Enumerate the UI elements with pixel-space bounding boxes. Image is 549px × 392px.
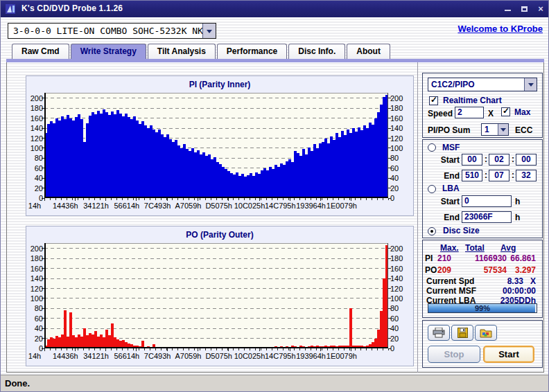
po-chart-plot	[44, 243, 388, 348]
y-axis-tick-label: 180	[390, 254, 410, 262]
x-axis-tick-label: 14h	[28, 202, 41, 210]
y-axis-tick-label: 0	[390, 344, 410, 353]
lba-radio[interactable]	[428, 185, 436, 193]
progress-text: 99%	[428, 304, 537, 313]
msf-end-frame-input[interactable]: 32	[516, 170, 537, 181]
print-button[interactable]	[428, 325, 450, 341]
scan-progress-bar: 99%	[428, 303, 537, 313]
x-axis-tick-label: 10C025h	[234, 202, 265, 210]
y-axis-tick-label: 40	[390, 324, 410, 332]
x-axis-tick-label: D5075h	[205, 352, 232, 360]
close-button[interactable]: ×	[534, 3, 547, 15]
floppy-save-icon	[458, 328, 468, 338]
lba-end-input[interactable]: 23066F	[462, 211, 512, 223]
x-axis-tick-label: 1E0079h	[326, 352, 357, 360]
current-spd-value: 8.33 X	[460, 276, 536, 286]
title-bar: K's CD/DVD Probe 1.1.26 ×	[1, 1, 549, 17]
pipo-sum-arrow-icon[interactable]	[498, 124, 508, 135]
save-button[interactable]	[451, 325, 473, 341]
realtime-chart-label: Realtime Chart	[443, 96, 502, 105]
msf-sep: :	[485, 154, 487, 164]
x-axis-tick-label: 193964h	[296, 202, 326, 210]
pi-chart-plot	[44, 93, 388, 198]
mode-select[interactable]: C1C2/PIPO	[428, 78, 537, 91]
msf-end-label: End	[428, 171, 460, 181]
status-text: Done.	[5, 378, 30, 389]
minimize-button[interactable]	[501, 3, 514, 15]
drive-select[interactable]: 3-0-0-0 LITE-ON COMBO SOHC-5232K NK07	[8, 23, 216, 39]
maximize-button[interactable]	[518, 3, 530, 15]
pipo-sum-label: PI/PO Sum	[428, 125, 470, 135]
tab-about[interactable]: About	[347, 44, 390, 59]
x-axis-tick-label: 14h	[28, 352, 41, 360]
pi-avg-value: 66.861	[501, 253, 536, 263]
current-msf-value: 00:00:00	[460, 286, 536, 296]
app-window: K's CD/DVD Probe 1.1.26 × 3-0-0-0 LITE-O…	[0, 0, 549, 392]
y-axis-tick-label: 200	[390, 94, 410, 103]
x-axis-tick-label: 14C795h	[265, 202, 296, 210]
tab-disc-info[interactable]: Disc Info.	[288, 44, 345, 59]
tab-write-strategy[interactable]: Write Strategy	[71, 44, 146, 59]
msf-end-min-input[interactable]: 510	[462, 170, 482, 181]
x-axis-tick-label: 34121h	[83, 202, 109, 210]
msf-sep: :	[485, 170, 487, 180]
y-axis-tick-label: 80	[27, 304, 43, 312]
window-title: K's CD/DVD Probe 1.1.26	[21, 3, 123, 13]
x-axis-tick-label: 34121h	[83, 352, 109, 360]
y-axis-tick-label: 100	[27, 294, 43, 303]
y-axis-tick-label: 140	[390, 124, 410, 132]
msf-start-min-input[interactable]: 00	[462, 154, 482, 166]
printer-icon	[433, 328, 445, 338]
mode-select-value: C1C2/PIPO	[428, 78, 524, 91]
y-axis-tick-label: 100	[390, 144, 410, 152]
y-axis-tick-label: 20	[390, 335, 410, 343]
msf-start-sec-input[interactable]: 02	[489, 154, 509, 166]
tab-tilt-analysis[interactable]: Tilt Analysis	[148, 44, 216, 59]
msf-start-frame-input[interactable]: 00	[516, 154, 537, 166]
x-axis-tick-label: 56614h	[114, 202, 139, 210]
msf-end-sec-input[interactable]: 07	[489, 170, 509, 181]
x-axis-tick-label: 56614h	[114, 352, 139, 360]
y-axis-tick-label: 140	[27, 274, 43, 283]
x-axis-tick-label: 7C493h	[144, 202, 171, 210]
disc-size-label: Disc Size	[443, 226, 480, 235]
content-divider	[417, 62, 418, 373]
y-axis-tick-label: 140	[27, 124, 43, 132]
stats-header-total: Total	[465, 243, 485, 253]
tab-performance[interactable]: Performance	[217, 44, 287, 59]
y-axis-tick-label: 80	[390, 304, 410, 312]
y-axis-tick-label: 100	[27, 144, 43, 152]
pipo-sum-select[interactable]: 1	[481, 123, 509, 136]
realtime-chart-checkbox[interactable]	[429, 96, 438, 105]
mode-select-arrow-icon[interactable]	[524, 78, 537, 91]
disc-size-radio[interactable]	[428, 227, 436, 235]
ecc-label: ECC	[515, 125, 532, 135]
pi-chart-title: PI (Parity Inner)	[26, 80, 413, 89]
x-axis-tick-label: A7059h	[175, 352, 201, 360]
start-button[interactable]: Start	[483, 346, 534, 363]
msf-sep: :	[512, 170, 514, 180]
lba-end-unit: h	[515, 213, 520, 222]
y-axis-tick-label: 160	[390, 114, 410, 123]
max-speed-checkbox[interactable]	[501, 107, 510, 116]
y-axis-tick-label: 120	[27, 134, 43, 143]
msf-radio[interactable]	[428, 143, 436, 152]
welcome-link[interactable]: Welcome to KProbe	[458, 24, 543, 34]
tab-raw-cmd[interactable]: Raw Cmd	[12, 44, 69, 59]
po-row-label: PO	[425, 265, 437, 275]
stop-button[interactable]: Stop	[428, 346, 480, 363]
po-chart-panel: PO (Parity Outer) 0020204040606080801001…	[26, 226, 414, 366]
lba-start-unit: h	[515, 197, 520, 206]
y-axis-tick-label: 0	[390, 194, 410, 202]
x-axis-tick-label: 7C493h	[144, 352, 171, 360]
photo-folder-icon	[480, 328, 492, 338]
lba-start-input[interactable]: 0	[462, 195, 512, 207]
y-axis-tick-label: 180	[27, 254, 43, 262]
y-axis-tick-label: 200	[390, 244, 410, 253]
y-axis-tick-label: 40	[390, 174, 410, 182]
y-axis-tick-label: 80	[27, 154, 43, 162]
speed-input[interactable]: 2	[455, 107, 484, 118]
snapshot-button[interactable]	[475, 325, 497, 341]
stats-header-max: Max.	[440, 243, 459, 253]
drive-select-arrow-icon[interactable]	[202, 24, 216, 38]
